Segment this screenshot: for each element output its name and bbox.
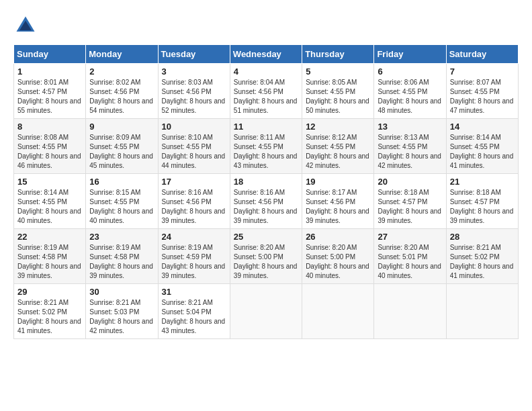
logo [13, 13, 40, 38]
calendar-cell: 28 Sunrise: 8:21 AM Sunset: 5:02 PM Dayl… [446, 229, 518, 284]
calendar-cell: 18 Sunrise: 8:16 AM Sunset: 4:56 PM Dayl… [230, 174, 302, 229]
day-info: Sunrise: 8:16 AM Sunset: 4:56 PM Dayligh… [162, 188, 226, 226]
day-number: 25 [234, 232, 298, 242]
calendar-cell: 16 Sunrise: 8:15 AM Sunset: 4:55 PM Dayl… [86, 174, 158, 229]
calendar-cell: 29 Sunrise: 8:21 AM Sunset: 5:02 PM Dayl… [14, 284, 86, 339]
weekday-header-monday: Monday [86, 45, 158, 64]
day-info: Sunrise: 8:20 AM Sunset: 5:00 PM Dayligh… [306, 243, 370, 281]
day-number: 23 [89, 232, 154, 242]
day-number: 28 [450, 232, 515, 242]
day-info: Sunrise: 8:19 AM Sunset: 4:58 PM Dayligh… [89, 243, 154, 281]
logo-icon [13, 13, 38, 38]
calendar-cell [230, 284, 302, 339]
day-info: Sunrise: 8:12 AM Sunset: 4:55 PM Dayligh… [306, 133, 370, 171]
day-info: Sunrise: 8:19 AM Sunset: 4:59 PM Dayligh… [162, 243, 226, 281]
calendar-cell: 30 Sunrise: 8:21 AM Sunset: 5:03 PM Dayl… [86, 284, 158, 339]
day-number: 16 [89, 177, 154, 187]
day-info: Sunrise: 8:09 AM Sunset: 4:55 PM Dayligh… [89, 133, 154, 171]
day-info: Sunrise: 8:14 AM Sunset: 4:55 PM Dayligh… [450, 133, 515, 171]
day-info: Sunrise: 8:21 AM Sunset: 5:04 PM Dayligh… [162, 298, 226, 336]
calendar-cell [446, 284, 518, 339]
day-number: 12 [306, 122, 370, 132]
day-info: Sunrise: 8:13 AM Sunset: 4:55 PM Dayligh… [378, 133, 442, 171]
day-info: Sunrise: 8:21 AM Sunset: 5:03 PM Dayligh… [89, 298, 154, 336]
weekday-header-saturday: Saturday [446, 45, 518, 64]
day-number: 29 [17, 287, 82, 297]
day-number: 18 [234, 177, 298, 187]
day-info: Sunrise: 8:02 AM Sunset: 4:56 PM Dayligh… [89, 78, 154, 116]
calendar-cell: 27 Sunrise: 8:20 AM Sunset: 5:01 PM Dayl… [374, 229, 446, 284]
day-number: 21 [450, 177, 515, 187]
calendar-cell: 31 Sunrise: 8:21 AM Sunset: 5:04 PM Dayl… [158, 284, 230, 339]
calendar-cell: 8 Sunrise: 8:08 AM Sunset: 4:55 PM Dayli… [14, 119, 86, 174]
calendar-week-row: 1 Sunrise: 8:01 AM Sunset: 4:57 PM Dayli… [14, 64, 519, 119]
calendar-cell: 22 Sunrise: 8:19 AM Sunset: 4:58 PM Dayl… [14, 229, 86, 284]
day-number: 6 [378, 66, 442, 77]
calendar-cell: 10 Sunrise: 8:10 AM Sunset: 4:55 PM Dayl… [158, 119, 230, 174]
day-number: 5 [306, 66, 370, 77]
day-info: Sunrise: 8:18 AM Sunset: 4:57 PM Dayligh… [378, 188, 442, 226]
calendar-week-row: 22 Sunrise: 8:19 AM Sunset: 4:58 PM Dayl… [14, 229, 519, 284]
calendar-cell: 20 Sunrise: 8:18 AM Sunset: 4:57 PM Dayl… [374, 174, 446, 229]
day-info: Sunrise: 8:04 AM Sunset: 4:56 PM Dayligh… [234, 78, 298, 116]
day-number: 26 [306, 232, 370, 242]
calendar-cell: 3 Sunrise: 8:03 AM Sunset: 4:56 PM Dayli… [158, 64, 230, 119]
day-info: Sunrise: 8:21 AM Sunset: 5:02 PM Dayligh… [17, 298, 82, 336]
calendar-cell: 21 Sunrise: 8:18 AM Sunset: 4:57 PM Dayl… [446, 174, 518, 229]
day-number: 20 [378, 177, 442, 187]
day-info: Sunrise: 8:18 AM Sunset: 4:57 PM Dayligh… [450, 188, 515, 226]
day-number: 10 [162, 122, 226, 132]
calendar-cell: 5 Sunrise: 8:05 AM Sunset: 4:55 PM Dayli… [302, 64, 374, 119]
day-number: 15 [17, 177, 82, 187]
day-number: 3 [162, 66, 226, 77]
day-number: 31 [162, 287, 226, 297]
calendar-cell: 24 Sunrise: 8:19 AM Sunset: 4:59 PM Dayl… [158, 229, 230, 284]
day-number: 24 [162, 232, 226, 242]
day-number: 11 [234, 122, 298, 132]
calendar-cell: 12 Sunrise: 8:12 AM Sunset: 4:55 PM Dayl… [302, 119, 374, 174]
calendar-cell: 13 Sunrise: 8:13 AM Sunset: 4:55 PM Dayl… [374, 119, 446, 174]
day-info: Sunrise: 8:17 AM Sunset: 4:56 PM Dayligh… [306, 188, 370, 226]
day-number: 30 [89, 287, 154, 297]
calendar-week-row: 8 Sunrise: 8:08 AM Sunset: 4:55 PM Dayli… [14, 119, 519, 174]
day-number: 19 [306, 177, 370, 187]
day-info: Sunrise: 8:05 AM Sunset: 4:55 PM Dayligh… [306, 78, 370, 116]
weekday-header-friday: Friday [374, 45, 446, 64]
day-number: 7 [450, 66, 515, 77]
day-info: Sunrise: 8:15 AM Sunset: 4:55 PM Dayligh… [89, 188, 154, 226]
day-info: Sunrise: 8:20 AM Sunset: 5:01 PM Dayligh… [378, 243, 442, 281]
day-info: Sunrise: 8:19 AM Sunset: 4:58 PM Dayligh… [17, 243, 82, 281]
day-number: 1 [17, 66, 82, 77]
weekday-header-wednesday: Wednesday [230, 45, 302, 64]
calendar-cell: 14 Sunrise: 8:14 AM Sunset: 4:55 PM Dayl… [446, 119, 518, 174]
day-info: Sunrise: 8:21 AM Sunset: 5:02 PM Dayligh… [450, 243, 515, 281]
calendar-cell: 9 Sunrise: 8:09 AM Sunset: 4:55 PM Dayli… [86, 119, 158, 174]
day-info: Sunrise: 8:03 AM Sunset: 4:56 PM Dayligh… [162, 78, 226, 116]
calendar-table: SundayMondayTuesdayWednesdayThursdayFrid… [13, 44, 519, 339]
calendar-cell: 7 Sunrise: 8:07 AM Sunset: 4:55 PM Dayli… [446, 64, 518, 119]
calendar-cell: 4 Sunrise: 8:04 AM Sunset: 4:56 PM Dayli… [230, 64, 302, 119]
calendar-cell: 23 Sunrise: 8:19 AM Sunset: 4:58 PM Dayl… [86, 229, 158, 284]
calendar-cell [374, 284, 446, 339]
day-info: Sunrise: 8:08 AM Sunset: 4:55 PM Dayligh… [17, 133, 82, 171]
calendar-cell: 19 Sunrise: 8:17 AM Sunset: 4:56 PM Dayl… [302, 174, 374, 229]
weekday-header-row: SundayMondayTuesdayWednesdayThursdayFrid… [14, 45, 519, 64]
weekday-header-tuesday: Tuesday [158, 45, 230, 64]
day-number: 27 [378, 232, 442, 242]
calendar-cell: 6 Sunrise: 8:06 AM Sunset: 4:55 PM Dayli… [374, 64, 446, 119]
calendar-cell [302, 284, 374, 339]
day-number: 17 [162, 177, 226, 187]
weekday-header-thursday: Thursday [302, 45, 374, 64]
day-info: Sunrise: 8:01 AM Sunset: 4:57 PM Dayligh… [17, 78, 82, 116]
day-number: 22 [17, 232, 82, 242]
calendar-cell: 26 Sunrise: 8:20 AM Sunset: 5:00 PM Dayl… [302, 229, 374, 284]
page-header [13, 13, 519, 38]
day-info: Sunrise: 8:06 AM Sunset: 4:55 PM Dayligh… [378, 78, 442, 116]
day-number: 14 [450, 122, 515, 132]
calendar-week-row: 29 Sunrise: 8:21 AM Sunset: 5:02 PM Dayl… [14, 284, 519, 339]
day-info: Sunrise: 8:20 AM Sunset: 5:00 PM Dayligh… [234, 243, 298, 281]
day-number: 13 [378, 122, 442, 132]
day-number: 8 [17, 122, 82, 132]
day-number: 9 [89, 122, 154, 132]
calendar-cell: 2 Sunrise: 8:02 AM Sunset: 4:56 PM Dayli… [86, 64, 158, 119]
